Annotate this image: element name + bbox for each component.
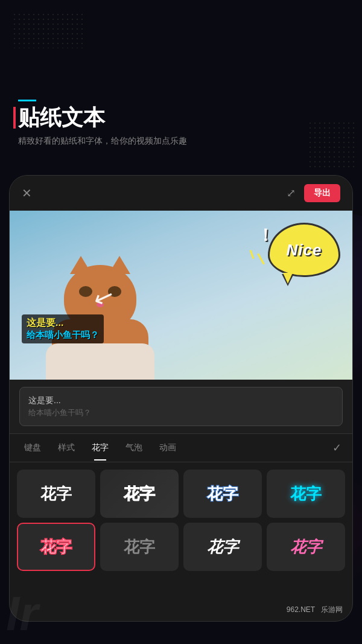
font-style-cell-1[interactable]: 花字 <box>17 470 95 518</box>
phone-mockup: ✕ ⤢ 导出 Nice ！ <box>9 175 353 622</box>
cat-eye-left <box>79 286 92 297</box>
page-header: 贴纸文本 精致好看的贴纸和字体，给你的视频加点乐趣 <box>18 106 344 147</box>
font-style-cell-4[interactable]: 花字 <box>267 470 345 518</box>
watermark: 962.NET 乐游网 <box>287 605 343 615</box>
tab-style[interactable]: 样式 <box>49 435 83 461</box>
font-style-cell-8[interactable]: 花字 <box>267 523 345 571</box>
corner-ir-text: Ir <box>6 590 38 638</box>
text-input-line2: 给本喵小鱼干吗？ <box>28 407 334 419</box>
cat-fur-bed <box>46 343 154 380</box>
font-style-cell-7[interactable]: 花字 <box>183 523 262 571</box>
video-preview: Nice ！ ↙ 这是要... 给本喵小鱼干吗？ <box>10 211 352 380</box>
overlay-text-line1: 这是要... <box>27 317 99 330</box>
tab-keyboard[interactable]: 键盘 <box>16 435 49 461</box>
overlay-text-line2: 给本喵小鱼干吗？ <box>27 330 99 341</box>
topbar-right: ⤢ 导出 <box>287 184 340 202</box>
watermark-text: 962.NET 乐游网 <box>287 605 343 615</box>
font-style-cell-2[interactable]: 花字 <box>100 470 179 518</box>
font-style-cell-3[interactable]: 花字 <box>183 470 262 518</box>
bubble-nice-text: Nice <box>287 241 322 260</box>
phone-topbar: ✕ ⤢ 导出 <box>10 176 352 211</box>
text-overlay: 这是要... 给本喵小鱼干吗？ <box>22 314 104 343</box>
text-input-field[interactable]: 这是要... 给本喵小鱼干吗？ <box>19 387 343 426</box>
font-style-cell-5[interactable]: 花字 <box>17 523 95 571</box>
tab-bubble[interactable]: 气泡 <box>117 435 151 461</box>
cat-ear-left <box>70 256 92 274</box>
tab-flower-text[interactable]: 花字 <box>83 435 117 461</box>
page-subtitle: 精致好看的贴纸和字体，给你的视频加点乐趣 <box>18 135 344 147</box>
bg-dots-decoration <box>12 12 84 48</box>
expand-icon[interactable]: ⤢ <box>287 187 296 200</box>
text-input-line1: 这是要... <box>28 394 334 407</box>
exclaim-decoration: ！ <box>257 224 274 247</box>
tab-animation[interactable]: 动画 <box>151 435 185 461</box>
font-style-grid: 花字 花字 花字 花字 花字 花字 花字 花字 <box>10 462 352 578</box>
tab-confirm-check[interactable]: ✓ <box>328 434 346 462</box>
text-input-area: 这是要... 给本喵小鱼干吗？ <box>10 380 352 434</box>
export-button[interactable]: 导出 <box>304 184 340 202</box>
accent-line <box>18 100 36 101</box>
page-title: 贴纸文本 <box>18 106 105 130</box>
close-icon[interactable]: ✕ <box>22 186 32 200</box>
cat-ear-right <box>109 256 130 274</box>
font-style-cell-6[interactable]: 花字 <box>100 523 179 571</box>
tab-navigation: 键盘 样式 花字 气泡 动画 ✓ <box>10 434 352 462</box>
